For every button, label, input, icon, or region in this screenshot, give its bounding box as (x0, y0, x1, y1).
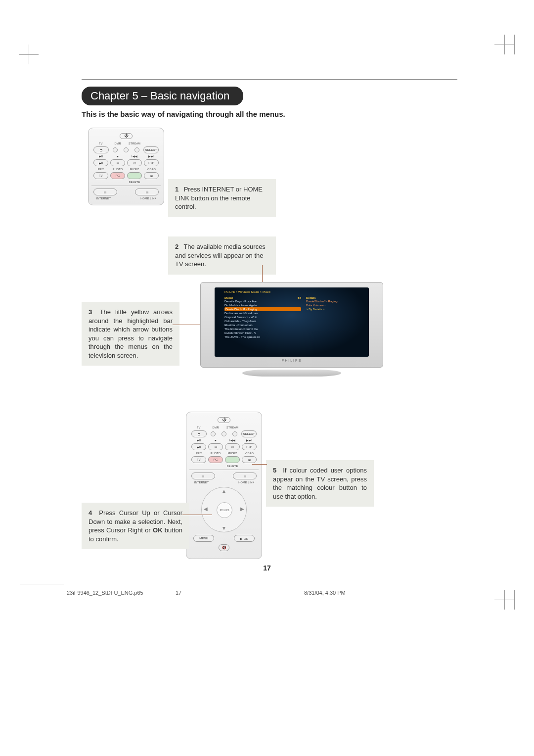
tv-brand: PHILIPS (215, 357, 369, 362)
label-delete: DELETE (126, 181, 143, 184)
label-music: MUSIC (126, 168, 143, 171)
page-number: 17 (0, 564, 534, 572)
tv-list-item: Bowie Bischoff - Raging (224, 307, 301, 311)
label-tv: TV (92, 142, 109, 145)
led-stream (134, 147, 139, 152)
footer: 23iF9946_12_StDFU_ENG.p65 17 8/31/04, 4:… (67, 590, 462, 596)
label-playpause: ▶II (92, 155, 109, 158)
ext-button: ⊐ (191, 430, 207, 437)
tv-list-item: Culturecide - They Aren' (224, 319, 301, 323)
step-4-strong: OK (153, 526, 163, 534)
blank-button-green (225, 456, 240, 463)
intro-text: This is the basic way of navigating thro… (82, 110, 285, 118)
label-prev: I◀◀ (126, 155, 143, 158)
step-1-num: 1 (175, 185, 182, 194)
internet-button: ⊟ (191, 472, 215, 479)
tv-list-item: Elastica - Connection (224, 323, 301, 327)
step-2-text: The available media sources and services… (175, 243, 266, 268)
step-1: 1 Press INTERNET or HOME LINK button on … (168, 179, 276, 217)
leader-4 (182, 515, 212, 515)
chapter-title: Chapter 5 – Basic navigation (82, 87, 243, 105)
pc-button-red: PC (110, 172, 125, 179)
tv-list-item: The Evolution Control Co (224, 327, 301, 331)
dpad-brand: PHILIPS (217, 502, 232, 518)
label-dmr: DMR (109, 142, 126, 145)
tv-button: TV (93, 172, 108, 179)
tv-right-header: Details (306, 296, 316, 299)
label-video: VIDEO (143, 168, 160, 171)
footer-page: 17 (176, 590, 304, 596)
step-4: 4 Press Cursor Up or Cursor Down to make… (82, 503, 189, 549)
power-icon (120, 133, 133, 139)
divider (20, 584, 64, 584)
step-2: 2 The available media sources and servic… (168, 236, 276, 275)
homelink-button: ⊞ (135, 189, 159, 195)
step-2-num: 2 (175, 242, 182, 251)
label-internet: INTERNET (92, 197, 115, 200)
label-rec: REC (92, 168, 109, 171)
video-button: ⊞ (144, 172, 159, 179)
select-button: SELECT (241, 430, 257, 437)
label-stop: ■ (109, 155, 126, 158)
label-next: ▶▶I (143, 155, 160, 158)
ok-button: ▶ OK (234, 535, 255, 542)
step-3-text: The little yellow arrows around the high… (89, 308, 173, 359)
tv-list-item: Beastie Boys - Rock Har (224, 299, 301, 303)
blank-button-green (127, 172, 142, 179)
led-tv (113, 147, 118, 152)
ext-button: ⊐ (93, 146, 109, 153)
playpause-button: ▶II (93, 159, 108, 166)
footer-timestamp: 8/31/04, 4:30 PM (304, 590, 346, 596)
step-1-text: Press INTERNET or HOME LINK button on th… (175, 186, 263, 210)
mute-button: 🔇 (219, 544, 229, 551)
power-icon (218, 417, 230, 423)
guide-button: ⊡ (127, 159, 142, 166)
homelink-button: ⊞ (233, 472, 257, 479)
step-4-num: 4 (89, 509, 95, 518)
remote-control-top: TV DMR STREAM ⊐ SELECT ▶II ■ I◀◀ ▶▶I ▶II… (88, 128, 164, 205)
label-photo: PHOTO (109, 168, 126, 171)
step-5: 5 If colour coded user options appear on… (266, 460, 374, 507)
step-3-num: 3 (89, 308, 95, 317)
label-homelink: HOME LINK (137, 197, 160, 200)
divider (82, 79, 457, 80)
tv-button: TV (191, 456, 206, 463)
step-3: 3 The little yellow arrows around the hi… (82, 302, 179, 366)
tv-breadcrumb: PC Link > Windows Media > Music (224, 290, 270, 293)
tv-left-count: 58 (298, 296, 301, 299)
footer-file: 23iF9946_12_StDFU_ENG.p65 (67, 590, 176, 596)
leader-5 (252, 464, 267, 465)
pip-button: P+P (144, 159, 159, 166)
tv-right-sub1: Bowie/Bischoff - Raging (306, 299, 348, 303)
tv-list-item: The JAMS - The Queen an (224, 335, 301, 339)
tv-list-item: Corporal Blossom - Whit (224, 315, 301, 319)
tv-right-sub2: Brita Koivunen (306, 303, 348, 307)
tv-left-header: Music (224, 296, 233, 299)
internet-button: ⊟ (93, 189, 117, 195)
tv-screen: PC Link > Windows Media > Music Music58 … (215, 287, 369, 357)
tv-list-item: Buchanan and Goodman (224, 311, 301, 315)
stop-button: ⊟ (110, 159, 125, 166)
label-stream: STREAM (126, 142, 143, 145)
select-button: SELECT (143, 146, 159, 153)
menu-button: MENU (193, 535, 214, 542)
led-dmr (124, 147, 129, 152)
tv-right-link: > By Details > (306, 307, 348, 311)
dpad: ▲ ▼ ◀ ▶ PHILIPS (201, 487, 247, 532)
tv-list-item: Invisibl Skratch Piklz - V (224, 331, 301, 335)
remote-control-bottom: TV DMR STREAM ⊐ SELECT ▶II ■ I◀◀ ▶▶I ▶II… (186, 412, 262, 559)
tv-list-item: Biz Markie - Alone Again (224, 303, 301, 307)
step-5-text: If colour coded user options appear on t… (273, 467, 367, 500)
tv-monitor: PC Link > Windows Media > Music Music58 … (200, 282, 383, 377)
pc-button-red: PC (208, 456, 223, 463)
step-5-num: 5 (273, 466, 280, 475)
